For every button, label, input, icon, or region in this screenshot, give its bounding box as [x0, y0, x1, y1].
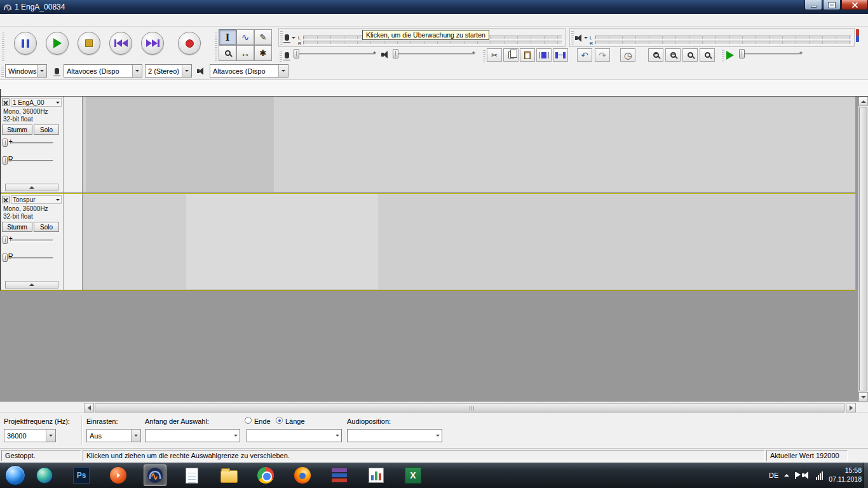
taskbar-app-notepad[interactable]	[180, 464, 203, 486]
silence-selection-button[interactable]	[553, 48, 568, 62]
playback-volume-slider[interactable]: − +	[393, 48, 475, 60]
taskbar-app-chart-tool[interactable]	[365, 464, 388, 486]
track-close-button[interactable]	[2, 98, 10, 106]
track-title-dropdown[interactable]: Tonspur	[11, 195, 62, 204]
taskbar-app-chrome[interactable]	[254, 464, 277, 486]
undo-button[interactable]: ↶	[577, 48, 592, 62]
selection-length-radio-label[interactable]: Länge	[285, 417, 305, 425]
show-desktop-button[interactable]	[864, 463, 868, 488]
taskbar-app-firefox[interactable]	[291, 464, 314, 486]
mute-button[interactable]: Stumm	[2, 222, 32, 232]
draw-tool-button[interactable]: ✎	[254, 29, 272, 45]
selection-end-radio[interactable]	[245, 417, 252, 424]
cut-button[interactable]: ✂	[487, 48, 502, 62]
fit-project-button[interactable]	[700, 48, 715, 62]
taskbar-app-winrar[interactable]	[328, 464, 351, 486]
track-collapse-button[interactable]	[5, 281, 58, 288]
record-volume-slider[interactable]: − +	[294, 48, 376, 60]
slider-thumb[interactable]	[739, 49, 745, 58]
tray-overflow-icon[interactable]	[784, 474, 789, 477]
trim-outside-selection-button[interactable]	[536, 48, 552, 62]
taskbar-app-explorer[interactable]	[217, 464, 240, 486]
language-indicator[interactable]: DE	[769, 471, 778, 479]
copy-button[interactable]	[503, 48, 519, 62]
envelope-tool-button[interactable]: ∿	[236, 29, 254, 45]
record-button[interactable]	[178, 32, 201, 55]
gain-slider[interactable]: − +	[3, 234, 61, 246]
edit-toolbar-grabber[interactable]	[483, 50, 485, 62]
maximize-button[interactable]	[823, 0, 841, 10]
taskbar-app-photoshop[interactable]: Ps	[70, 464, 93, 486]
scroll-left-button[interactable]	[84, 403, 94, 412]
slider-thumb[interactable]	[3, 236, 8, 244]
transcription-toolbar-grabber[interactable]	[722, 50, 724, 62]
playback-meter[interactable]: L R	[569, 28, 855, 47]
paste-button[interactable]	[520, 48, 535, 62]
mixer-toolbar-grabber[interactable]	[280, 51, 282, 64]
skip-to-end-button[interactable]	[141, 32, 164, 55]
zoom-tool-button[interactable]	[219, 45, 236, 61]
vertical-scroll-thumb[interactable]	[859, 107, 867, 391]
slider-thumb[interactable]	[3, 139, 8, 147]
scroll-right-button[interactable]	[846, 403, 856, 412]
action-center-flag-icon[interactable]	[795, 472, 796, 479]
solo-button[interactable]: Solo	[34, 222, 59, 232]
sync-lock-button[interactable]: ◷	[620, 48, 635, 62]
meter-dropdown-icon[interactable]	[584, 37, 588, 39]
scroll-down-button[interactable]	[858, 392, 868, 402]
pan-slider[interactable]: L R	[3, 252, 61, 264]
selection-start-time[interactable]	[145, 429, 240, 442]
device-toolbar-grabber[interactable]	[1, 65, 4, 77]
volume-icon[interactable]	[802, 471, 810, 479]
meter-grabber[interactable]	[571, 31, 574, 45]
recording-device-dropdown[interactable]: Altavoces (Dispo	[64, 64, 142, 78]
solo-button[interactable]: Solo	[34, 125, 59, 135]
slider-thumb[interactable]	[3, 156, 8, 165]
selection-end-radio-label[interactable]: Ende	[254, 417, 271, 425]
slider-thumb[interactable]	[3, 254, 8, 262]
play-speed-slider[interactable]: − +	[739, 48, 803, 60]
selection-tool-button[interactable]: I	[219, 29, 236, 45]
minimize-button[interactable]	[804, 0, 822, 10]
play-at-speed-button[interactable]	[726, 51, 734, 60]
audio-position-time[interactable]	[347, 429, 442, 442]
skip-to-start-button[interactable]	[109, 32, 132, 55]
stop-button[interactable]	[78, 32, 100, 55]
start-button[interactable]	[5, 465, 25, 485]
audio-clip[interactable]	[186, 194, 378, 289]
audio-clip[interactable]	[86, 97, 274, 192]
audio-host-dropdown[interactable]: Windows	[5, 64, 47, 78]
pause-button[interactable]	[14, 32, 37, 55]
close-button[interactable]	[841, 0, 868, 10]
zoom-in-button[interactable]	[648, 48, 663, 62]
slider-thumb[interactable]	[393, 49, 398, 58]
scroll-up-button[interactable]	[858, 97, 868, 106]
taskbar-app-internet[interactable]	[33, 464, 56, 486]
track-waveform-area[interactable]	[83, 97, 855, 193]
taskbar-app-media-player[interactable]	[107, 464, 130, 486]
recording-channels-dropdown[interactable]: 2 (Stereo)	[145, 64, 192, 78]
play-button[interactable]	[46, 32, 69, 55]
selection-length-radio[interactable]	[276, 417, 283, 424]
network-icon[interactable]	[816, 471, 823, 480]
taskbar-app-excel[interactable]: X	[402, 464, 424, 486]
snap-to-dropdown[interactable]: Aus	[86, 429, 141, 442]
tools-toolbar-grabber[interactable]	[215, 30, 217, 61]
playback-device-dropdown[interactable]: Altavoces (Dispo	[210, 64, 288, 78]
track-collapse-button[interactable]	[5, 184, 58, 191]
taskbar-app-audacity[interactable]	[144, 464, 166, 486]
horizontal-scrollbar[interactable]	[0, 402, 868, 412]
transport-toolbar-grabber[interactable]	[2, 30, 4, 61]
pan-slider[interactable]: L R	[3, 155, 61, 166]
horizontal-scroll-thumb[interactable]	[95, 403, 844, 412]
mute-button[interactable]: Stumm	[2, 125, 32, 135]
multi-tool-button[interactable]: ✱	[254, 45, 272, 61]
timeline-ruler[interactable]	[0, 80, 868, 97]
selection-length-time[interactable]	[247, 429, 342, 442]
meter-grabber[interactable]	[280, 31, 283, 45]
timeshift-tool-button[interactable]: ↔	[236, 45, 254, 61]
track-title-dropdown[interactable]: 1 EngA_00	[11, 98, 62, 107]
track-waveform-area[interactable]	[83, 194, 855, 290]
slider-thumb[interactable]	[294, 49, 299, 58]
redo-button[interactable]: ↷	[595, 48, 610, 62]
